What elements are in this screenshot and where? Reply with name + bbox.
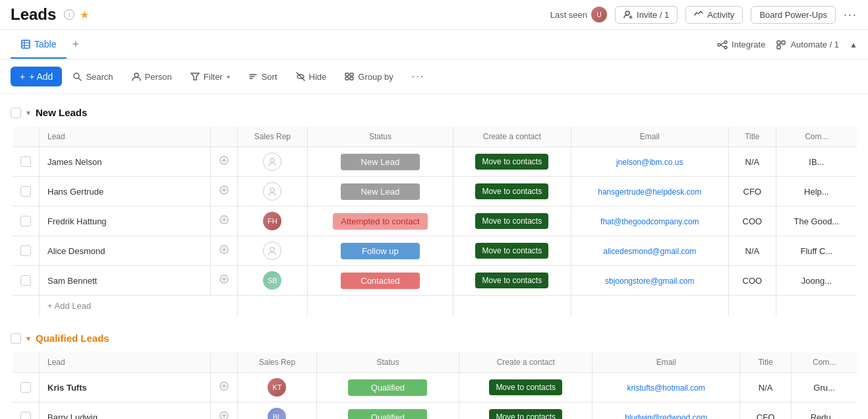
email-link-q[interactable]: kristufts@hotmail.com bbox=[627, 383, 705, 393]
create-contact-cell[interactable]: Move to contacts bbox=[453, 177, 571, 207]
svg-line-14 bbox=[79, 79, 82, 81]
col-email: Email bbox=[571, 127, 728, 147]
row-checkbox-q[interactable] bbox=[12, 403, 40, 420]
activity-button[interactable]: Activity bbox=[685, 6, 743, 24]
collapse-icon[interactable]: ▲ bbox=[850, 40, 857, 49]
new-leads-title: New Leads bbox=[36, 107, 87, 118]
col-title-q: Title bbox=[739, 352, 791, 373]
table-row: Kris Tufts KT Qualified Move to contacts… bbox=[12, 373, 857, 403]
qualified-leads-table: Lead Sales Rep Status Create a contact E… bbox=[11, 352, 857, 419]
title-cell: CFO bbox=[728, 177, 776, 207]
add-action-cell[interactable] bbox=[211, 147, 238, 177]
add-action-cell[interactable] bbox=[211, 266, 238, 296]
company-cell-q: Gru... bbox=[792, 373, 857, 403]
row-checkbox[interactable] bbox=[12, 236, 40, 266]
svg-point-0 bbox=[625, 11, 629, 15]
move-to-contacts-button[interactable]: Move to contacts bbox=[475, 273, 548, 288]
move-to-contacts-button[interactable]: Move to contacts bbox=[475, 154, 548, 170]
email-link[interactable]: alicedesmond@gmail.com bbox=[603, 247, 696, 256]
email-link[interactable]: sbjoongstore@gmail.com bbox=[605, 276, 695, 286]
move-to-contacts-button[interactable]: Move to contacts bbox=[475, 183, 548, 199]
svg-rect-10 bbox=[777, 41, 780, 44]
new-leads-checkbox[interactable] bbox=[11, 108, 21, 118]
integrate-button[interactable]: Integrate bbox=[717, 40, 765, 50]
add-tab-button[interactable]: + bbox=[67, 30, 84, 59]
status-cell-q: Qualified bbox=[316, 373, 459, 403]
create-contact-cell[interactable]: Move to contacts bbox=[453, 207, 571, 236]
email-cell: alicedesmond@gmail.com bbox=[571, 236, 728, 266]
person-filter-button[interactable]: Person bbox=[124, 68, 180, 86]
status-cell: Contacted bbox=[307, 266, 453, 296]
hide-button[interactable]: Hide bbox=[288, 68, 335, 86]
avatar-empty bbox=[263, 242, 281, 260]
lead-name-q: Barry Ludwig bbox=[40, 403, 211, 420]
more-toolbar-button[interactable]: ··· bbox=[404, 67, 432, 86]
tab-bar: Table + Integrate Automate / 1 ▲ bbox=[0, 30, 868, 60]
search-button[interactable]: Search bbox=[65, 68, 121, 86]
new-leads-section: ▾ New Leads Lead Sales Rep Status Create… bbox=[11, 104, 857, 317]
sort-icon bbox=[248, 72, 258, 81]
svg-rect-23 bbox=[350, 73, 353, 76]
app-header: Leads i ★ Last seen U Invite / 1 Activit… bbox=[0, 0, 868, 30]
email-cell: hansgertrude@helpdesk.com bbox=[571, 177, 728, 207]
create-contact-cell[interactable]: Move to contacts bbox=[453, 236, 571, 266]
create-contact-cell[interactable]: Move to contacts bbox=[453, 147, 571, 177]
qualified-leads-checkbox[interactable] bbox=[11, 333, 21, 344]
add-action-cell[interactable] bbox=[211, 236, 238, 266]
row-checkbox[interactable] bbox=[12, 266, 40, 296]
add-button[interactable]: + + Add bbox=[11, 67, 62, 86]
hide-icon bbox=[296, 72, 305, 81]
row-checkbox[interactable] bbox=[12, 177, 40, 207]
add-action-cell[interactable] bbox=[211, 177, 238, 207]
table-row: Fredrik Hattung FH Attempted to contact … bbox=[12, 207, 857, 236]
email-link[interactable]: hansgertrude@helpdesk.com bbox=[598, 187, 701, 197]
filter-button[interactable]: Filter ▾ bbox=[183, 68, 238, 86]
lead-name: Alice Desmond bbox=[40, 236, 211, 266]
email-link[interactable]: jnelson@ibm.co.us bbox=[616, 158, 683, 167]
add-lead-button[interactable]: + Add Lead bbox=[40, 296, 238, 317]
board-power-ups-button[interactable]: Board Power-Ups bbox=[751, 6, 836, 24]
svg-rect-22 bbox=[345, 73, 349, 76]
row-checkbox-q[interactable] bbox=[12, 373, 40, 403]
row-checkbox[interactable] bbox=[12, 147, 40, 177]
star-icon[interactable]: ★ bbox=[80, 9, 89, 21]
automate-button[interactable]: Automate / 1 bbox=[776, 40, 839, 50]
title-cell: N/A bbox=[728, 236, 776, 266]
create-contact-cell[interactable]: Move to contacts bbox=[453, 266, 571, 296]
move-to-contacts-button[interactable]: Move to contacts bbox=[475, 243, 548, 259]
title-cell-q: CFO bbox=[739, 403, 791, 420]
email-cell-q: kristufts@hotmail.com bbox=[593, 373, 740, 403]
row-checkbox[interactable] bbox=[12, 207, 40, 236]
info-icon[interactable]: i bbox=[64, 9, 74, 20]
email-link-q[interactable]: bludwig@redwood.com bbox=[625, 413, 707, 420]
qualified-leads-title: Qualified Leads bbox=[36, 333, 109, 344]
tab-table[interactable]: Table bbox=[11, 31, 67, 59]
status-badge-q: Qualified bbox=[348, 379, 427, 396]
sales-rep-cell: SB bbox=[238, 266, 308, 296]
invite-button[interactable]: Invite / 1 bbox=[615, 6, 678, 24]
qualified-leads-chevron[interactable]: ▾ bbox=[26, 334, 30, 343]
group-by-button[interactable]: Group by bbox=[337, 68, 401, 86]
col-status: Status bbox=[307, 127, 453, 147]
svg-point-7 bbox=[724, 46, 727, 49]
add-action-cell-q[interactable] bbox=[211, 403, 238, 420]
col-checkbox bbox=[12, 127, 40, 147]
more-options-icon[interactable]: ··· bbox=[844, 8, 857, 22]
add-lead-row[interactable]: + Add Lead bbox=[12, 296, 857, 317]
create-contact-cell-q[interactable]: Move to contacts bbox=[459, 373, 593, 403]
header-right: Last seen U Invite / 1 Activity Board Po… bbox=[550, 6, 857, 24]
email-link[interactable]: fhat@thegoodcompany.com bbox=[600, 217, 699, 226]
create-contact-cell-q[interactable]: Move to contacts bbox=[459, 403, 593, 420]
qualified-header-row: Lead Sales Rep Status Create a contact E… bbox=[12, 352, 857, 373]
sort-button[interactable]: Sort bbox=[241, 68, 285, 86]
col-actions-q bbox=[211, 352, 238, 373]
add-action-cell[interactable] bbox=[211, 207, 238, 236]
move-to-contacts-button[interactable]: Move to contacts bbox=[475, 213, 548, 229]
add-action-cell-q[interactable] bbox=[211, 373, 238, 403]
move-to-contacts-button-q[interactable]: Move to contacts bbox=[489, 409, 562, 419]
new-leads-chevron[interactable]: ▾ bbox=[26, 108, 30, 117]
email-cell: fhat@thegoodcompany.com bbox=[571, 207, 728, 236]
move-to-contacts-button-q[interactable]: Move to contacts bbox=[489, 379, 562, 395]
toolbar: + + Add Search Person Filter ▾ Sort bbox=[0, 60, 868, 94]
table-row: Barry Ludwig BL Qualified Move to contac… bbox=[12, 403, 857, 420]
